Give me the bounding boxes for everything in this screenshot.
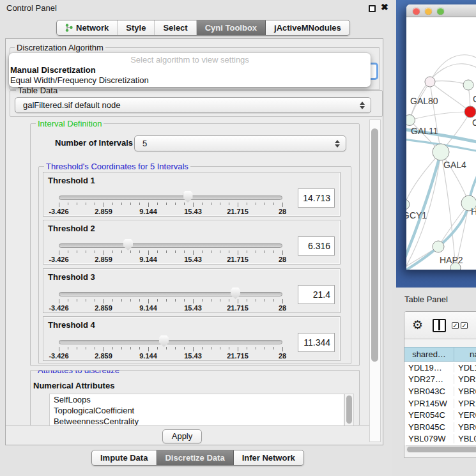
tab-label: Cyni Toolbox (205, 23, 257, 33)
threshold-value-field[interactable]: 14.713 (298, 188, 335, 208)
table-horizontal-scrollbar[interactable] (406, 445, 476, 452)
network-node-gal11[interactable] (406, 115, 415, 126)
algorithm-option-manual-discretization[interactable]: Manual Discretization (10, 65, 96, 75)
tab-cyni-toolbox[interactable]: Cyni Toolbox (197, 20, 266, 35)
column-header-2[interactable]: na (454, 347, 476, 362)
float-window-icon[interactable] (369, 5, 376, 12)
network-edge (430, 81, 468, 85)
network-edge (406, 152, 441, 204)
close-icon[interactable]: ✖ (381, 2, 388, 12)
table-row[interactable]: YBL079WYBL0 (404, 433, 476, 445)
tick-mark (104, 299, 104, 303)
network-node-gal80[interactable] (425, 77, 435, 87)
tick-label: 21.715 (215, 352, 260, 360)
network-node-gcy1[interactable] (406, 199, 410, 210)
scrollbar-thumb[interactable] (346, 395, 352, 424)
close-traffic-light-icon[interactable] (413, 8, 420, 15)
slider-handle[interactable] (183, 191, 193, 203)
table-row[interactable]: YPR145WYPR1 (404, 397, 476, 410)
tick-mark (238, 347, 238, 351)
tick-mark (157, 250, 158, 253)
slider-track[interactable] (59, 243, 282, 248)
tick-mark (95, 347, 95, 349)
network-canvas[interactable]: GAL80GACGAL11GAL4GCY1HHAP2 (406, 17, 476, 270)
table-row[interactable]: YBR043CYBR0 (404, 385, 476, 397)
slider-handle[interactable] (159, 335, 169, 347)
cell-name: YER0 (454, 410, 476, 420)
tick-mark (121, 203, 122, 205)
tick-mark (112, 299, 113, 302)
node-label: H (471, 206, 476, 217)
algorithm-option-equal-width-frequency-discretization[interactable]: Equal Width/Frequency Discretization (10, 75, 149, 85)
threshold-value-field[interactable]: 6.316 (298, 236, 335, 256)
checkbox-icon[interactable]: ✓ (461, 322, 468, 329)
threshold-value-field[interactable]: 21.4 (298, 285, 335, 304)
threshold-panel-3: Threshold 3-3.4262.8599.14415.4321.71528… (43, 268, 341, 313)
tick-label: 2.859 (81, 304, 126, 312)
number-of-intervals-combobox[interactable]: 5 (134, 135, 346, 151)
tab-discretize-data[interactable]: Discretize Data (157, 450, 233, 465)
tick-mark (193, 203, 194, 207)
slider-handle[interactable] (231, 288, 240, 299)
tick-mark (247, 250, 247, 253)
table-header-row: shared…na (404, 347, 476, 362)
attribute-item-topologicalcoefficient[interactable]: TopologicalCoefficient (50, 405, 344, 416)
network-node-gal4[interactable] (433, 144, 449, 160)
tab-style[interactable]: Style (118, 20, 155, 35)
table-row[interactable]: YDL19…YDL1 (404, 362, 476, 374)
checkbox-icon[interactable]: ✓ (452, 322, 459, 329)
slider-handle[interactable] (123, 239, 133, 250)
tick-mark (282, 250, 283, 255)
tab-jactivemnodules[interactable]: jActiveMNodules (266, 20, 349, 35)
tick-mark (130, 299, 131, 302)
tick-label: 21.715 (215, 256, 260, 263)
table-data-combobox[interactable]: galFiltered.sif default node (15, 97, 371, 113)
zoom-traffic-light-icon[interactable] (437, 8, 444, 15)
tick-label: -3.426 (36, 304, 81, 312)
tab-infer-network[interactable]: Infer Network (234, 450, 303, 465)
tick-mark (86, 299, 86, 302)
slider-track[interactable] (59, 340, 282, 344)
tick-mark (59, 347, 59, 351)
tick-mark (68, 347, 68, 349)
network-edge (410, 112, 470, 120)
column-header-1[interactable]: shared… (404, 347, 454, 362)
threshold-panel-4: Threshold 4-3.4262.8599.14415.4321.71528… (43, 316, 341, 361)
tick-mark (282, 299, 283, 303)
cell-name: YDL1 (454, 363, 476, 372)
tick-mark (211, 347, 211, 349)
scrollbar-thumb[interactable] (371, 128, 378, 362)
tab-network[interactable]: Network (57, 20, 118, 35)
slider-track[interactable] (59, 196, 282, 200)
combo-arrows-icon (360, 102, 365, 109)
tick-mark (265, 347, 265, 349)
tick-label: 21.715 (215, 208, 260, 215)
tab-label: Impute Data (100, 453, 148, 463)
network-view-window[interactable]: GAL80GACGAL11GAL4GCY1HHAP2 (406, 4, 476, 270)
tick-mark (184, 347, 185, 349)
network-node-selected-node[interactable] (464, 106, 476, 118)
apply-button[interactable]: Apply (162, 429, 202, 443)
numerical-attributes-list[interactable]: SelfLoopsTopologicalCoefficientBetweenne… (49, 394, 344, 426)
network-node-hap2[interactable] (433, 241, 444, 252)
table-row[interactable]: YDR27…YDR2 (404, 374, 476, 386)
columns-icon[interactable] (433, 319, 446, 332)
table-row[interactable]: YER054CYER0 (404, 409, 476, 421)
gear-icon[interactable]: ⚙ (412, 318, 423, 332)
slider-track[interactable] (59, 292, 282, 296)
threshold-value-field[interactable]: 11.344 (298, 333, 335, 352)
attribute-item-selfloops[interactable]: SelfLoops (50, 394, 344, 405)
tick-mark (148, 347, 149, 351)
minimize-traffic-light-icon[interactable] (425, 8, 432, 15)
tab-select[interactable]: Select (155, 20, 196, 35)
tick-label: -3.426 (36, 208, 81, 215)
tab-impute-data[interactable]: Impute Data (92, 450, 157, 465)
attributes-scrollbar[interactable] (344, 394, 354, 426)
network-node-node[interactable] (463, 80, 473, 90)
node-label: GCY1 (406, 210, 427, 220)
settings-vertical-scrollbar[interactable] (369, 119, 381, 442)
table-row[interactable]: YBR045CYBR0 (404, 421, 476, 433)
scrollbar-thumb[interactable] (407, 447, 476, 452)
tick-label: 15.43 (171, 304, 215, 312)
cytoscape-desktop: GAL80GACGAL11GAL4GCY1HHAP2 (396, 0, 476, 288)
